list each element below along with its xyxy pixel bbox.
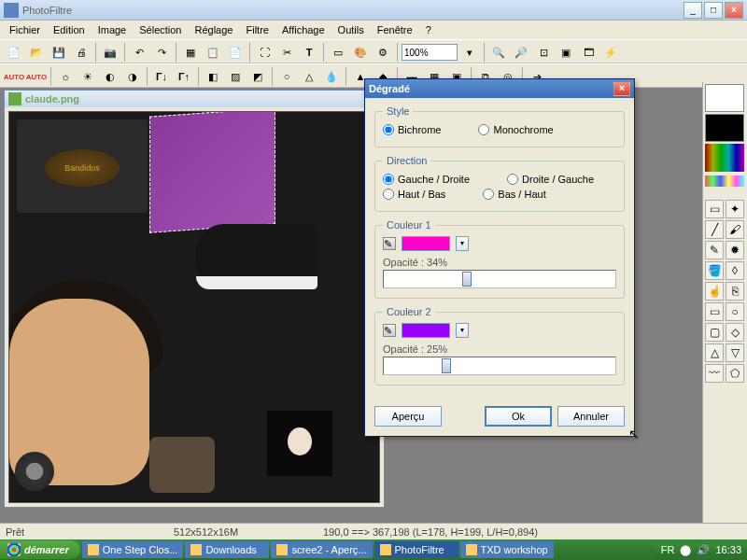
roundrect-shape-icon[interactable]: ▢ <box>705 323 724 342</box>
menu-filtre[interactable]: Filtre <box>240 22 274 37</box>
color1-dropdown[interactable]: ▾ <box>456 236 469 251</box>
color2-dropdown[interactable]: ▾ <box>456 323 469 338</box>
maximize-button[interactable]: □ <box>704 2 723 19</box>
zoom-combo[interactable] <box>402 44 458 61</box>
task-item[interactable]: TXD workshop <box>460 541 554 558</box>
eraser-tool-icon[interactable]: ◊ <box>726 261 744 280</box>
gamma-up-icon[interactable]: Γ↑ <box>174 66 194 87</box>
menu-image[interactable]: Image <box>92 22 133 37</box>
radio-left-right[interactable]: Gauche / Droite <box>383 174 470 185</box>
triangle2-shape-icon[interactable]: ▽ <box>726 343 744 362</box>
document-titlebar[interactable]: claude.png <box>5 91 384 107</box>
task-item[interactable]: scree2 - Aperç... <box>271 541 372 558</box>
brightness-up-icon[interactable]: ☀ <box>78 66 98 87</box>
brush-tool-icon[interactable]: 🖌 <box>726 220 744 239</box>
sharpen-icon[interactable]: △ <box>299 66 319 87</box>
start-button[interactable]: démarrer <box>0 540 80 559</box>
crop-icon[interactable]: ✂ <box>276 42 297 63</box>
task-item[interactable]: Downloads <box>185 541 269 558</box>
eyedropper2-icon[interactable]: ✎ <box>383 324 396 337</box>
selection-tool-icon[interactable]: ▭ <box>705 200 724 218</box>
wand-tool-icon[interactable]: ✦ <box>726 200 744 218</box>
undo-icon[interactable]: ↶ <box>129 42 149 63</box>
lang-indicator[interactable]: FR <box>661 544 675 555</box>
radio-right-left[interactable]: Droite / Gauche <box>507 174 594 185</box>
layers-icon[interactable]: ▭ <box>328 42 348 63</box>
opacity2-slider[interactable] <box>383 357 616 375</box>
color2-swatch[interactable] <box>402 323 450 338</box>
save-icon[interactable]: 💾 <box>49 42 69 63</box>
color1-swatch[interactable] <box>402 236 450 251</box>
grayscale-icon[interactable]: ◧ <box>203 66 223 87</box>
line-tool-icon[interactable]: ╱ <box>705 220 724 239</box>
diamond-shape-icon[interactable]: ◇ <box>726 323 744 342</box>
rect-shape-icon[interactable]: ▭ <box>705 302 724 321</box>
smudge-tool-icon[interactable]: ☝ <box>705 282 724 301</box>
blur-icon[interactable]: ○ <box>276 66 297 87</box>
radio-bottom-top[interactable]: Bas / Haut <box>483 189 545 200</box>
fill-tool-icon[interactable]: 🪣 <box>705 261 724 280</box>
menu-help[interactable]: ? <box>420 22 437 37</box>
menu-reglage[interactable]: Réglage <box>190 22 239 37</box>
lasso-tool-icon[interactable]: 〰 <box>705 364 724 383</box>
print-icon[interactable]: 🖨 <box>71 42 92 63</box>
close-button[interactable]: × <box>725 2 743 19</box>
radio-monochrome[interactable]: Monochrome <box>478 124 553 135</box>
paste-icon[interactable]: 📄 <box>225 42 246 63</box>
menu-fichier[interactable]: Fichier <box>4 22 46 37</box>
background-color[interactable] <box>705 114 744 142</box>
zoomout-icon[interactable]: 🔎 <box>511 42 531 63</box>
drop-icon[interactable]: 💧 <box>321 66 342 87</box>
prefs-icon[interactable]: ⚙ <box>373 42 393 63</box>
zoomin-icon[interactable]: 🔍 <box>488 42 509 63</box>
radio-bichrome[interactable]: Bichrome <box>383 124 441 135</box>
copy-icon[interactable]: 📋 <box>203 42 223 63</box>
task-item-active[interactable]: PhotoFiltre <box>374 541 458 558</box>
dialog-close-button[interactable]: × <box>613 81 630 96</box>
menu-fenetre[interactable]: Fenêtre <box>372 22 418 37</box>
auto-icon[interactable]: ⚡ <box>600 42 621 63</box>
gamma-down-icon[interactable]: Γ↓ <box>151 66 172 87</box>
selection-marquee[interactable] <box>149 111 275 233</box>
redo-icon[interactable]: ↷ <box>151 42 172 63</box>
opacity1-slider[interactable] <box>383 270 616 288</box>
rgb-icon[interactable]: ▦ <box>180 42 201 63</box>
open-icon[interactable]: 📂 <box>26 42 47 63</box>
clone-tool-icon[interactable]: ⎘ <box>726 282 744 301</box>
autolevel-icon[interactable]: AUTO <box>26 66 47 87</box>
tray-icon[interactable]: 🔊 <box>697 544 710 556</box>
system-tray[interactable]: FR ⬤ 🔊 16:33 <box>655 544 747 556</box>
new-icon[interactable]: 📄 <box>4 42 24 63</box>
polygon-tool-icon[interactable]: ⬠ <box>726 364 744 383</box>
minimize-button[interactable]: _ <box>684 2 702 19</box>
text-icon[interactable]: T <box>299 42 319 63</box>
explore-icon[interactable]: 🗔 <box>578 42 599 63</box>
menu-edition[interactable]: Edition <box>48 22 91 37</box>
contrast-up-icon[interactable]: ◑ <box>122 66 143 87</box>
scan-icon[interactable]: 📷 <box>100 42 120 63</box>
dialog-titlebar[interactable]: Dégradé × <box>365 79 634 98</box>
clock[interactable]: 16:33 <box>715 544 741 555</box>
menu-affichage[interactable]: Affichage <box>276 22 331 37</box>
eyedropper1-icon[interactable]: ✎ <box>383 237 396 250</box>
color-palette-row[interactable] <box>705 175 744 187</box>
triangle-shape-icon[interactable]: △ <box>705 343 724 362</box>
preview-button[interactable]: Aperçu <box>374 406 442 427</box>
radio-top-bottom[interactable]: Haut / Bas <box>383 189 445 200</box>
menu-outils[interactable]: Outils <box>332 22 370 37</box>
airbrush-tool-icon[interactable]: ✹ <box>726 241 744 259</box>
tray-icon[interactable]: ⬤ <box>680 544 691 556</box>
canvas[interactable]: Bandidos <box>8 111 380 503</box>
ellipse-shape-icon[interactable]: ○ <box>726 302 744 321</box>
autocorrect-icon[interactable]: AUTO <box>4 66 24 87</box>
menu-selection[interactable]: Sélection <box>134 22 187 37</box>
sepia-icon[interactable]: ▨ <box>225 66 246 87</box>
resize-icon[interactable]: ⛶ <box>254 42 275 63</box>
invert-icon[interactable]: ◩ <box>247 66 268 87</box>
cancel-button[interactable]: Annuler <box>557 406 625 427</box>
foreground-color[interactable] <box>705 84 744 112</box>
ok-button[interactable]: Ok <box>485 406 552 427</box>
fullscreen-icon[interactable]: ▣ <box>556 42 576 63</box>
pencil-tool-icon[interactable]: ✎ <box>705 241 724 259</box>
contrast-down-icon[interactable]: ◐ <box>100 66 120 87</box>
